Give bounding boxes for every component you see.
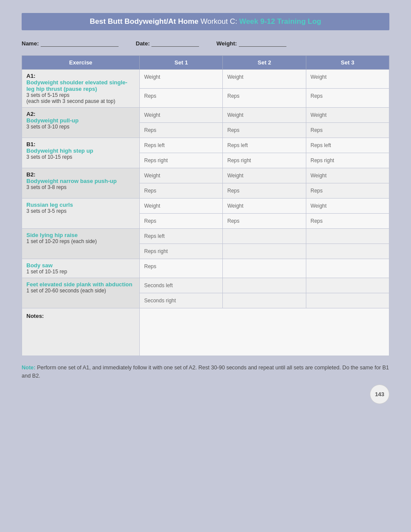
set3-subrow0-C4 (306, 278, 389, 293)
set-entry: Weight (227, 73, 301, 81)
set3-subrow1-B1: Reps right (306, 153, 389, 168)
set-entry: Seconds left (144, 281, 218, 290)
exercise-sets: 3 sets of 3-10 reps (26, 124, 69, 130)
set-entry: Weight (144, 202, 218, 210)
set-entry: Reps (227, 126, 301, 135)
table-row-C4-0: Feet elevated side plank with abduction1… (22, 278, 389, 293)
set2-subrow0-A1: Weight (223, 70, 306, 89)
set3-subrow0-C1: Weight (306, 199, 389, 214)
table-row-notes: Notes: (22, 308, 389, 356)
set3-subrow0-B2: Weight (306, 168, 389, 183)
set2-subrow1-A1: Reps (223, 89, 306, 108)
set3-subrow1-B2: Reps (306, 183, 389, 199)
exercise-cell-C2: Side lying hip raise1 set of 10-20 reps … (22, 229, 140, 259)
exercise-label: B1: (26, 141, 35, 147)
table-row-C2-0: Side lying hip raise1 set of 10-20 reps … (22, 229, 389, 244)
exercise-label: B2: (26, 171, 35, 178)
exercise-cell-A1: A1:Bodyweight shoulder elevated single-l… (22, 70, 140, 108)
date-label: Date: (136, 40, 150, 47)
notes-label: Notes: (26, 313, 44, 319)
title-teal: Week 9-12 Training Log (239, 17, 321, 26)
exercise-sets: 3 sets of 5-15 reps(each side with 3 sec… (26, 92, 115, 104)
exercise-cell-C1: Russian leg curls3 sets of 3-5 reps (22, 199, 140, 229)
date-field-group: Date: (136, 40, 199, 47)
exercise-name: Bodyweight narrow base push-up (26, 178, 117, 184)
set-entry: Reps right (311, 156, 385, 165)
set-entry: Reps (311, 217, 385, 225)
set-entry: Reps right (144, 156, 218, 165)
page-title-box: Best Butt Bodyweight/At Home Workout C: … (22, 13, 389, 30)
set1-subrow0-C2: Reps left (140, 229, 223, 244)
set1-subrow1-A2: Reps (140, 123, 223, 138)
exercise-name: Side lying hip raise (26, 232, 77, 238)
weight-input[interactable] (239, 40, 286, 47)
exercise-cell-B2: B2:Bodyweight narrow base push-up3 sets … (22, 168, 140, 199)
set3-subrow0-A2: Weight (306, 108, 389, 123)
workout-table: Exercise Set 1 Set 2 Set 3 A1:Bodyweight… (22, 55, 389, 356)
exercise-name: Bodyweight shoulder elevated single-leg … (26, 79, 127, 92)
set1-subrow1-C2: Reps right (140, 244, 223, 259)
set-entry: Weight (227, 171, 301, 180)
set-entry: Weight (227, 111, 301, 119)
set2-subrow0-A2: Weight (223, 108, 306, 123)
exercise-cell-C4: Feet elevated side plank with abduction1… (22, 278, 140, 308)
exercise-name: Russian leg curls (26, 202, 73, 208)
set-entry: Weight (311, 111, 385, 119)
set-entry: Reps left (144, 141, 218, 150)
set-entry: Reps left (144, 232, 218, 240)
fields-row: Name: Date: Weight: (22, 40, 389, 47)
weight-field-group: Weight: (216, 40, 286, 47)
set2-subrow0-B2: Weight (223, 168, 306, 183)
name-input[interactable] (41, 40, 119, 47)
exercise-sets: 3 sets of 3-5 reps (26, 208, 67, 214)
set-entry: Seconds right (144, 296, 218, 305)
set-entry: Weight (144, 171, 218, 180)
set1-subrow1-B2: Reps (140, 183, 223, 199)
exercise-name: Bodyweight high step up (26, 147, 93, 154)
set3-subrow0-B1: Reps left (306, 138, 389, 153)
set-entry: Reps (144, 262, 218, 271)
set-entry: Reps (144, 186, 218, 195)
set-entry: Weight (311, 202, 385, 210)
set-entry: Reps (144, 126, 218, 135)
set1-subrow0-A1: Weight (140, 70, 223, 89)
set-entry: Reps left (311, 141, 385, 150)
exercise-sets: 1 set of 10-20 reps (each side) (26, 238, 97, 244)
weight-label: Weight: (216, 40, 237, 47)
exercise-cell-C3: Body saw1 set of 10-15 rep (22, 259, 140, 278)
set2-subrow0-B1: Reps left (223, 138, 306, 153)
set3-subrow1-C2 (306, 244, 389, 259)
exercise-cell-B1: B1:Bodyweight high step up3 sets of 10-1… (22, 138, 140, 168)
set1-subrow0-B2: Weight (140, 168, 223, 183)
set-entry: Reps (311, 186, 385, 195)
notes-set1 (140, 308, 389, 356)
title-bold: Best Butt Bodyweight/At Home (90, 17, 199, 26)
date-input[interactable] (151, 40, 199, 47)
set2-subrow1-C1: Reps (223, 214, 306, 229)
page-number-area: 143 (22, 385, 389, 404)
set-entry: Reps (144, 217, 218, 225)
set-entry: Reps left (227, 141, 301, 150)
set3-subrow1-A1: Reps (306, 89, 389, 108)
set-entry: Weight (227, 202, 301, 210)
exercise-label: A2: (26, 111, 35, 117)
name-label: Name: (22, 40, 39, 47)
title-regular: Workout C: (199, 17, 239, 26)
set3-subrow1-A2: Reps (306, 123, 389, 138)
table-row-B2-0: B2:Bodyweight narrow base push-up3 sets … (22, 168, 389, 183)
col-exercise: Exercise (22, 56, 140, 70)
set1-subrow0-C1: Weight (140, 199, 223, 214)
set3-subrow1-C1: Reps (306, 214, 389, 229)
table-row-A2-0: A2:Bodyweight pull-up3 sets of 3-10 reps… (22, 108, 389, 123)
set-entry: Reps (144, 92, 218, 100)
set1-subrow1-B1: Reps right (140, 153, 223, 168)
exercise-sets: 1 set of 20-60 seconds (each side) (26, 288, 106, 294)
col-set3: Set 3 (306, 56, 389, 70)
exercise-sets: 1 set of 10-15 rep (26, 269, 67, 275)
set3-subrow1-C4 (306, 293, 389, 308)
table-row-C1-0: Russian leg curls3 sets of 3-5 repsWeigh… (22, 199, 389, 214)
set3-cell-C3 (306, 259, 389, 278)
exercise-sets: 3 sets of 3-8 reps (26, 184, 67, 190)
set1-cell-C3: Reps (140, 259, 223, 278)
set2-subrow1-C2 (223, 244, 306, 259)
